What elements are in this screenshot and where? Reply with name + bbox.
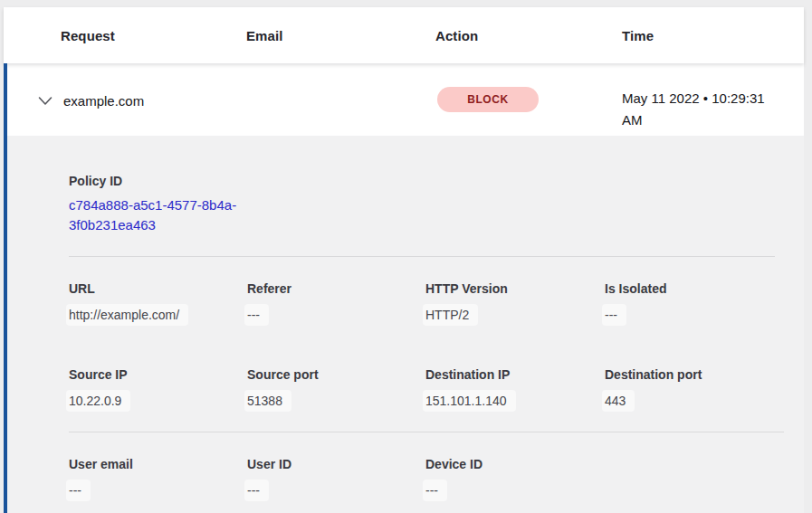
policy-id-link[interactable]: c784a888-a5c1-4577-8b4a-3f0b231ea463	[69, 195, 261, 235]
table-header: Request Email Action Time	[4, 7, 804, 63]
column-header-request: Request	[61, 28, 115, 43]
column-header-time: Time	[622, 28, 654, 43]
field-value: 10.22.0.9	[66, 390, 130, 412]
field-label: Destination port	[605, 367, 777, 383]
detail-field: Device ID---	[425, 457, 597, 501]
field-label: Source port	[247, 367, 419, 383]
detail-field: Is Isolated---	[605, 281, 777, 326]
field-label: URL	[69, 281, 241, 297]
selected-row-accent-bar	[4, 63, 7, 513]
detail-field: Referer---	[247, 281, 419, 326]
detail-field: HTTP VersionHTTP/2	[425, 281, 597, 326]
field-value: ---	[244, 480, 269, 501]
detail-field: User email---	[69, 457, 241, 501]
field-label: Destination IP	[425, 367, 597, 383]
section-divider	[69, 432, 784, 432]
field-label: Referer	[247, 281, 419, 297]
field-label: User email	[69, 457, 241, 472]
section-divider	[69, 256, 775, 257]
detail-field: Destination IP151.101.1.140	[425, 367, 597, 412]
field-label: Source IP	[69, 367, 241, 383]
column-header-email: Email	[246, 28, 283, 43]
detail-field: URLhttp://example.com/	[69, 281, 241, 326]
field-value: ---	[602, 304, 626, 326]
field-value: ---	[66, 480, 91, 501]
table-row[interactable]: example.com BLOCK May 11 2022 • 10:29:31…	[4, 63, 804, 136]
detail-field: User ID---	[247, 457, 419, 501]
chevron-down-icon[interactable]	[38, 94, 53, 105]
field-value: 151.101.1.140	[423, 390, 516, 412]
field-label: User ID	[247, 457, 419, 472]
time-cell: May 11 2022 • 10:29:31 AM	[622, 88, 787, 131]
field-value: http://example.com/	[66, 304, 188, 326]
expanded-row-details: Policy ID c784a888-a5c1-4577-8b4a-3f0b23…	[4, 136, 804, 513]
field-value: ---	[244, 304, 269, 326]
action-block-badge: BLOCK	[437, 87, 539, 112]
detail-field: Destination port443	[605, 367, 777, 412]
request-cell: example.com	[63, 92, 144, 109]
field-value: 443	[602, 390, 635, 412]
gateway-logs-page: { "table": { "columns": ["Request", "Ema…	[0, 0, 812, 513]
field-label: Is Isolated	[605, 281, 777, 297]
field-value: ---	[423, 480, 447, 501]
policy-id-label: Policy ID	[69, 174, 122, 189]
column-header-action: Action	[435, 28, 478, 43]
field-label: HTTP Version	[425, 281, 597, 297]
field-value: 51388	[244, 390, 291, 412]
log-table-card: Request Email Action Time example.com BL…	[4, 7, 804, 513]
field-label: Device ID	[425, 457, 597, 472]
detail-field: Source IP10.22.0.9	[69, 367, 241, 412]
field-value: HTTP/2	[423, 304, 478, 326]
detail-field: Source port51388	[247, 367, 419, 412]
